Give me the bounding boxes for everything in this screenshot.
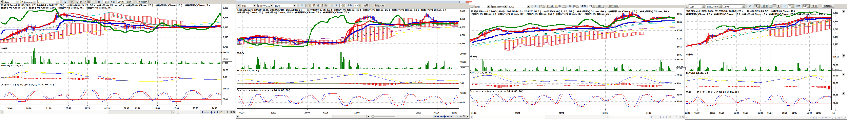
- svg-text:8,765: 8,765: [460, 43, 465, 45]
- svg-text:8,870: 8,870: [460, 18, 465, 20]
- svg-text:33.00: 33.00: [833, 75, 838, 78]
- svg-text:出来高: 出来高: [470, 55, 477, 58]
- svg-text:日経225mini 12/03( 60分, 2012/01/: 日経225mini 12/03( 60分, 2012/01/18 - 2012/…: [686, 10, 795, 12]
- svg-text:MACD( 12, 26, 9 ): MACD( 12, 26, 9 ): [1, 64, 23, 67]
- svg-text:12:00: 12:00: [271, 112, 276, 114]
- svg-text:16: 16: [832, 112, 835, 114]
- svg-text:155.00: 155.00: [460, 61, 467, 63]
- svg-text:50.00: 50.00: [833, 64, 838, 66]
- svg-text:8,905: 8,905: [677, 13, 682, 15]
- svg-text:16:30: 16:30: [807, 112, 812, 114]
- svg-text:20:00: 20:00: [26, 107, 32, 109]
- svg-text:D: D: [670, 116, 671, 118]
- svg-text:14:40: 14:40: [212, 107, 217, 109]
- svg-text:21:20: 21:20: [46, 107, 52, 109]
- svg-text:8,785: 8,785: [677, 29, 682, 32]
- svg-text:13:20: 13:20: [193, 107, 198, 109]
- svg-text:出来高: 出来高: [686, 53, 693, 56]
- svg-text:5.50: 5.50: [677, 82, 681, 85]
- svg-text:190.00: 190.00: [223, 51, 229, 54]
- svg-text:01/24: 01/24: [767, 112, 772, 114]
- svg-text:01/21: 01/21: [515, 112, 520, 114]
- svg-text:8,665: 8,665: [833, 36, 838, 38]
- svg-text:R: R: [460, 115, 462, 118]
- svg-text:40.00: 40.00: [833, 102, 838, 104]
- svg-text:R: R: [676, 116, 678, 118]
- svg-text:MACD( 12, 26, 9 ): MACD( 12, 26, 9 ): [686, 72, 708, 74]
- svg-text:8,745: 8,745: [833, 28, 838, 31]
- svg-text:8,905: 8,905: [460, 10, 465, 12]
- svg-text:出来高: 出来高: [237, 52, 244, 54]
- svg-text:01/26: 01/26: [434, 112, 439, 114]
- svg-text:8,845: 8,845: [223, 26, 228, 29]
- svg-text:16:30: 16:30: [734, 112, 739, 114]
- svg-text:× 100: × 100: [461, 67, 465, 69]
- svg-text:8,605: 8,605: [677, 54, 682, 56]
- svg-text:24.00: 24.00: [460, 74, 465, 76]
- svg-text:950.00: 950.00: [677, 58, 683, 61]
- svg-text:01/20: 01/20: [719, 112, 724, 114]
- svg-text:D: D: [454, 115, 455, 118]
- svg-text:移動平均( Close, 5 ) 移動平均( Close: 移動平均( Close, 5 ) 移動平均( Close, 20 ) 移動平均(…: [471, 13, 611, 15]
- svg-text:95.00: 95.00: [833, 94, 838, 96]
- svg-text:16:30: 16:30: [758, 112, 763, 114]
- svg-text:100.00: 100.00: [223, 88, 229, 90]
- svg-text:8,875: 8,875: [223, 17, 228, 19]
- svg-text:01/24: 01/24: [559, 112, 564, 114]
- svg-text:R: R: [838, 116, 840, 119]
- svg-text:× 1000: × 1000: [833, 68, 839, 71]
- svg-text:27.50: 27.50: [677, 74, 682, 77]
- svg-text:10:40: 10:40: [155, 107, 160, 109]
- svg-text:100.00: 100.00: [460, 92, 467, 94]
- svg-text:スロー・ストキャスティクス( 14, 3, 80, 20 ): スロー・ストキャスティクス( 14, 3, 80, 20 ): [237, 89, 290, 91]
- svg-text:70.00: 70.00: [223, 58, 228, 60]
- svg-text:01/20: 01/20: [471, 112, 476, 114]
- svg-text:09:20: 09:20: [135, 107, 141, 109]
- svg-text:D: D: [832, 116, 833, 119]
- svg-text:16:30: 16:30: [782, 112, 787, 114]
- svg-text:01:20: 01:20: [104, 107, 110, 109]
- svg-text:8,590: 8,590: [833, 43, 838, 46]
- svg-text:L: L: [835, 116, 836, 119]
- svg-text:出来高: 出来高: [1, 47, 7, 50]
- svg-text:MACD( 12, 26, 9 ): MACD( 12, 26, 9 ): [237, 69, 259, 72]
- svg-text:L: L: [457, 115, 458, 118]
- svg-text:18:40: 18:40: [7, 107, 12, 109]
- svg-text:01/25: 01/25: [323, 112, 328, 114]
- svg-text:D: D: [220, 111, 222, 113]
- svg-text:16:30: 16:30: [685, 112, 690, 114]
- svg-text:01/26: 01/26: [85, 107, 90, 109]
- svg-text:40.00: 40.00: [460, 101, 465, 104]
- svg-text:22:40: 22:40: [66, 107, 71, 109]
- svg-text:スロー・ストキャスティクス( 14, 3, 80, 20 ): スロー・ストキャスティクス( 14, 3, 80, 20 ): [686, 91, 739, 93]
- svg-text:MACD( 12, 26, 9 ): MACD( 12, 26, 9 ): [470, 72, 492, 74]
- svg-text:12:00: 12:00: [354, 112, 360, 114]
- svg-text:8,785: 8,785: [223, 46, 228, 48]
- svg-text:01/21: 01/21: [743, 112, 748, 114]
- svg-text:8,725: 8,725: [677, 38, 682, 40]
- svg-text:95.00: 95.00: [677, 94, 682, 96]
- svg-text:8,800: 8,800: [460, 34, 465, 36]
- svg-text:8,835: 8,835: [460, 26, 465, 29]
- svg-text:8,905: 8,905: [833, 12, 838, 14]
- svg-text:10.00: 10.00: [833, 82, 838, 84]
- svg-text:40.00: 40.00: [223, 98, 228, 100]
- svg-text:20:00: 20:00: [416, 112, 421, 114]
- svg-text:01/19: 01/19: [694, 112, 700, 114]
- svg-text:20:00: 20:00: [305, 112, 310, 114]
- svg-text:日経225mini 12/03( 15分, 2012/01/: 日経225mini 12/03( 15分, 2012/01/18 - 2012/…: [237, 9, 446, 11]
- svg-text:日経225mini 12/03( 30分, 2012/01/: 日経225mini 12/03( 30分, 2012/01/18 - 2012/…: [471, 10, 669, 12]
- svg-text:390.00: 390.00: [460, 53, 467, 55]
- svg-text:移動平均( Close, 20 ) 移動平均( Clos: 移動平均( Close, 20 ) 移動平均( Close, 150 ) 移動平…: [237, 11, 349, 13]
- svg-text:12:00: 12:00: [452, 112, 457, 114]
- svg-text:16:30: 16:30: [710, 112, 715, 114]
- svg-text:移動平均( Close, 20 ) 移動平均( Clos: 移動平均( Close, 20 ) 移動平均( Close, 150 ) 移動平…: [1, 7, 112, 9]
- svg-text:L: L: [224, 111, 225, 113]
- svg-text:移動平均( Close, 25 ) 移動平均( Clos: 移動平均( Close, 25 ) 移動平均( Close, 10 ) 移動平均…: [686, 13, 825, 16]
- svg-text:01/24: 01/24: [240, 112, 245, 114]
- svg-text:135.00: 135.00: [833, 56, 839, 58]
- svg-text:日経225mini 12/03( 5分, 2012/01/2: 日経225mini 12/03( 5分, 2012/01/24 - 2012/0…: [1, 4, 210, 6]
- svg-text:× 100: × 100: [223, 62, 228, 64]
- svg-text:1.00: 1.00: [223, 76, 227, 78]
- svg-text:40.00: 40.00: [677, 100, 682, 103]
